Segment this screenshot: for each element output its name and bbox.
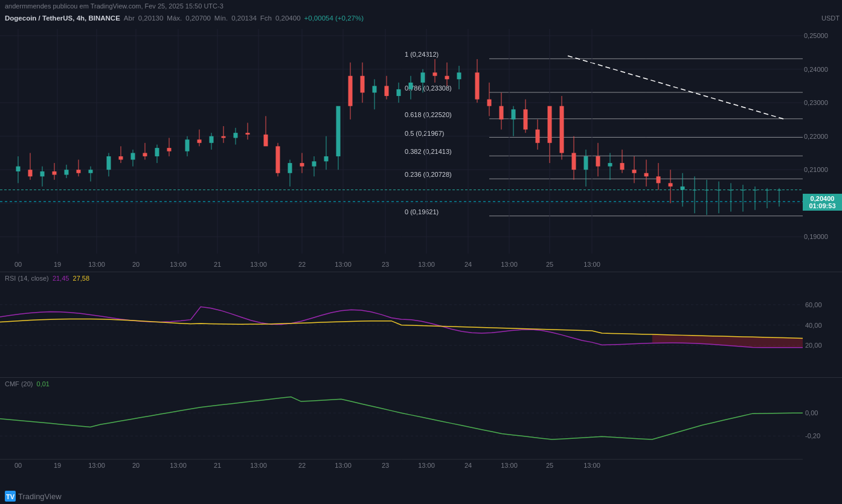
chart-high-val: 0,20700 (185, 14, 211, 22)
current-price-label: 0,20400 01:09:53 (803, 194, 842, 211)
chart-open-val: 0,20130 (138, 14, 164, 22)
tradingview-logo: TV TradingView (5, 491, 62, 502)
top-bar-text: andermmendes publicou em TradingView.com… (5, 2, 223, 10)
svg-text:TV: TV (6, 493, 15, 500)
main-chart: Dogecoin / TetherUS, 4h, BINANCE Abr 0,2… (0, 12, 842, 272)
chart-close-label: Fch (260, 14, 272, 22)
rsi-header: RSI (14, close) 21,45 27,58 (5, 275, 89, 282)
cmf-panel: CMF (20) 0,01 (0, 377, 842, 471)
chart-low-val: 0,20134 (231, 14, 257, 22)
cmf-label: CMF (20) (5, 380, 33, 388)
rsi-panel: RSI (14, close) 21,45 27,58 (0, 272, 842, 377)
chart-change: +0,00054 (+0,27%) (304, 14, 364, 22)
tv-logo-text: TradingView (18, 492, 62, 501)
currency-label: USDT (821, 14, 840, 22)
top-bar: andermmendes publicou em TradingView.com… (0, 0, 842, 12)
chart-header: Dogecoin / TetherUS, 4h, BINANCE Abr 0,2… (5, 14, 364, 22)
chart-open-label: Abr (124, 14, 135, 22)
rsi-val1: 21,45 (53, 275, 69, 282)
chart-high-label: Máx. (167, 14, 182, 22)
rsi-val2: 27,58 (73, 275, 90, 282)
chart-low-label: Mín. (214, 14, 228, 22)
chart-close-val: 0,20400 (275, 14, 301, 22)
cmf-header: CMF (20) 0,01 (5, 380, 50, 388)
rsi-label: RSI (14, close) (5, 275, 49, 282)
chart-pair: Dogecoin / TetherUS, 4h, BINANCE (5, 14, 120, 22)
cmf-val: 0,01 (37, 380, 50, 388)
